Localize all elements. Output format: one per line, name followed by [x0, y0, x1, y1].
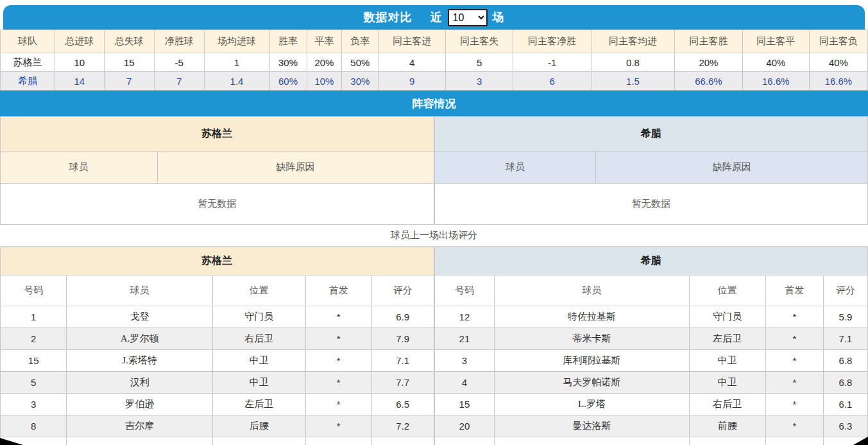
players-table-home: 苏格兰 号码 球员 位置 首发 评分 1 戈登 守门员 * 6.9 2 [0, 247, 434, 445]
lineup-home-team-row: 苏格兰 [1, 117, 434, 152]
col-rating: 评分 [824, 275, 868, 306]
players-table-away: 希腊 号码 球员 位置 首发 评分 12 特佐拉基斯 守门员 * 5.9 [434, 247, 868, 445]
stat-value: 20% [307, 53, 342, 72]
col-starting: 首发 [305, 275, 371, 306]
col-header-goal-diff: 净胜球 [154, 30, 204, 53]
player-position: 中卫 [212, 372, 305, 394]
player-rating: 7.9 [371, 328, 434, 350]
lineup-away-subheader: 球员 缺阵原因 [434, 152, 868, 184]
player-position: 中卫 [689, 372, 765, 394]
player-row: 2 A.罗尔顿 右后卫 * 7.9 [1, 328, 434, 350]
player-rating: 6.3 [824, 415, 868, 437]
player-starting: * [305, 372, 371, 394]
stat-value: 1 [204, 53, 269, 72]
player-starting: * [765, 328, 824, 350]
col-player: 球员 [495, 275, 689, 306]
stat-value: 6 [513, 72, 591, 91]
lineup-section-title: 阵容情况 [413, 96, 456, 111]
player-starting: * [765, 415, 824, 437]
player-starting: * [305, 306, 371, 328]
player-row: 4 马夫罗帕诺斯 中卫 * 6.8 [434, 372, 868, 394]
col-header-total-conceded: 总失球 [104, 30, 154, 53]
player-number: 3 [1, 394, 67, 415]
stat-value: 40% [809, 53, 867, 72]
col-position: 位置 [212, 275, 305, 306]
player-position: 守门员 [212, 306, 305, 328]
ratings-section-title-bar: 球员上一场出场评分 [0, 225, 868, 247]
near-label: 近 [430, 10, 443, 25]
stat-value: 9 [379, 72, 446, 91]
player-number: 20 [434, 415, 495, 437]
stat-value: 3 [446, 72, 513, 91]
comparison-row-away: 希腊 14 7 7 1.4 60% 10% 30% 9 3 6 1.5 66.6… [1, 72, 868, 91]
col-header-loss-rate: 负率 [342, 30, 379, 53]
away-team-name: 希腊 [1, 72, 55, 91]
stat-value: 30% [269, 53, 307, 72]
lineup-home-half: 苏格兰 球员 缺阵原因 暂无数据 [0, 116, 434, 225]
player-rating: 5.9 [824, 306, 868, 328]
player-starting: * [765, 394, 824, 415]
col-position: 位置 [689, 275, 765, 306]
data-comparison-page: 数据对比 近 10 场 球队 总进球 总失球 净胜球 场均进球 胜率 平率 负率… [0, 0, 868, 445]
player-rating: 7.7 [371, 372, 434, 394]
player-number: 3 [434, 350, 495, 372]
lineup-home-team: 苏格兰 [1, 117, 434, 152]
stat-value: 0.8 [591, 53, 675, 72]
player-row: 5 汉利 中卫 * 7.7 [1, 372, 434, 394]
col-header-team: 球队 [1, 30, 55, 53]
player-name: J.索塔特 [67, 350, 213, 372]
players-home-team: 苏格兰 [1, 247, 434, 275]
player-rating: 6.9 [371, 306, 434, 328]
player-position: 中卫 [689, 350, 765, 372]
lineup-away-empty-row: 暂无数据 [434, 184, 868, 225]
player-position: 左后卫 [689, 328, 765, 350]
lineup-split: 苏格兰 球员 缺阵原因 暂无数据 希腊 球员 缺阵原因 [0, 116, 868, 225]
player-number: 1 [1, 306, 67, 328]
stat-value: 14 [55, 72, 104, 91]
match-count-select[interactable]: 10 [448, 9, 488, 26]
col-header-venue-conceded: 同主客失 [446, 30, 513, 53]
player-starting: * [305, 328, 371, 350]
player-rating: 6.5 [371, 394, 434, 415]
player-starting: * [765, 372, 824, 394]
lineup-table-away: 希腊 球员 缺阵原因 暂无数据 [434, 116, 868, 225]
player-position: 后腰 [212, 415, 305, 437]
lineup-home-empty-row: 暂无数据 [1, 184, 434, 225]
player-number: 21 [434, 328, 495, 350]
player-row: 1 戈登 守门员 * 6.9 [1, 306, 434, 328]
player-number: 15 [434, 394, 495, 415]
col-header-total-goals: 总进球 [55, 30, 104, 53]
stat-value: 15 [104, 53, 154, 72]
ratings-split: 苏格兰 号码 球员 位置 首发 评分 1 戈登 守门员 * 6.9 2 [0, 247, 868, 445]
col-header-venue-avg: 同主客均进 [591, 30, 675, 53]
stat-value: 10% [307, 72, 342, 91]
stat-value: 4 [379, 53, 446, 72]
player-row: 3 库利耶拉基斯 中卫 * 6.8 [434, 350, 868, 372]
player-position: 中卫 [212, 350, 305, 372]
col-header-avg-goals: 场均进球 [204, 30, 269, 53]
stat-value: 20% [674, 53, 742, 72]
player-row: 12 特佐拉基斯 守门员 * 5.9 [434, 306, 868, 328]
lineup-away-half: 希腊 球员 缺阵原因 暂无数据 [434, 116, 868, 225]
player-number: 15 [1, 350, 67, 372]
players-away-col-header: 号码 球员 位置 首发 评分 [434, 275, 868, 306]
lineup-table-home: 苏格兰 球员 缺阵原因 暂无数据 [0, 116, 434, 225]
player-name: A.罗尔顿 [67, 328, 213, 350]
stat-value: 5 [446, 53, 513, 72]
comparison-header-row: 球队 总进球 总失球 净胜球 场均进球 胜率 平率 负率 同主客进 同主客失 同… [1, 30, 868, 53]
col-header-venue-loss: 同主客负 [809, 30, 867, 53]
player-row-clipped [1, 437, 434, 445]
stat-value: 16.6% [742, 72, 809, 91]
player-row: 21 蒂米卡斯 左后卫 * 7.1 [434, 328, 868, 350]
player-name: 汉利 [67, 372, 213, 394]
player-number: 4 [434, 372, 495, 394]
stat-value: 66.6% [674, 72, 742, 91]
player-number: 2 [1, 328, 67, 350]
col-header-venue-draw: 同主客平 [742, 30, 809, 53]
player-rating: 7.2 [371, 415, 434, 437]
ratings-away-half: 希腊 号码 球员 位置 首发 评分 12 特佐拉基斯 守门员 * 5.9 [434, 247, 868, 445]
player-starting: * [765, 350, 824, 372]
player-name: L.罗塔 [495, 394, 689, 415]
lineup-home-subheader: 球员 缺阵原因 [1, 152, 434, 184]
player-position: 前腰 [689, 415, 765, 437]
